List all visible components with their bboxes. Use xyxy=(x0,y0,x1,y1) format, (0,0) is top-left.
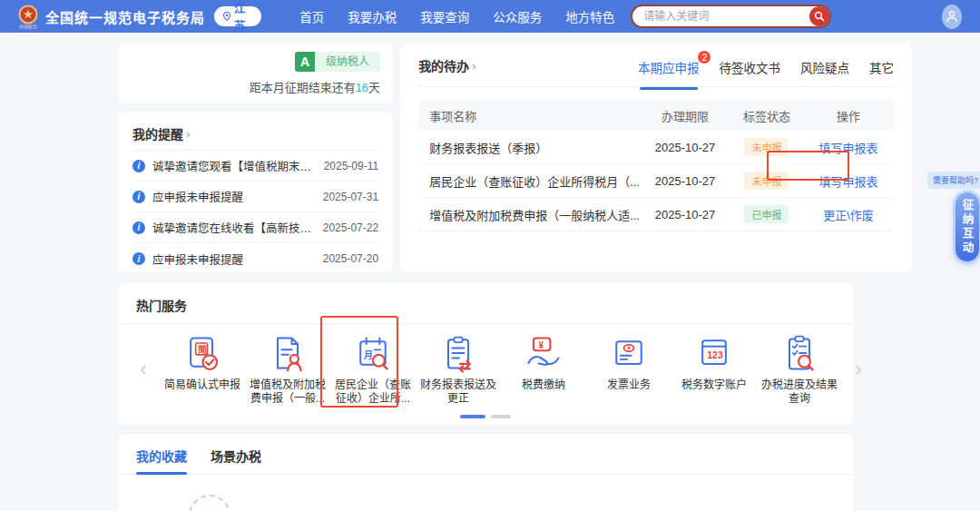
calendar-search-icon: 月 xyxy=(353,333,393,373)
service-label: 办税进度及结果查询 xyxy=(757,378,842,406)
favorites-tabs: 我的收藏 场景办税 xyxy=(136,447,835,465)
service-tax-payment[interactable]: ¥ 税费缴纳 xyxy=(501,333,586,406)
svg-text:123: 123 xyxy=(707,349,723,360)
svg-text:¥: ¥ xyxy=(539,340,544,350)
taxpayer-grade-badge[interactable]: A 级纳税人 xyxy=(295,52,380,72)
nav-item-home[interactable]: 首页 xyxy=(299,7,324,25)
region-label: 江苏 xyxy=(234,0,252,34)
tax-bureau-logo: 中国税务 xyxy=(18,5,38,29)
user-avatar[interactable] xyxy=(942,5,962,29)
table-row: 增值税及附加税费申报（一般纳税人适... 2025-10-27 已申报 更正\作… xyxy=(418,198,894,231)
reminder-text[interactable]: 应申报未申报提醒 xyxy=(152,188,316,205)
reminder-item: i 诚挚邀请您在线收看【高新技术企业... 2025-07-22 xyxy=(132,212,378,243)
fill-declaration-link[interactable]: 填写申报表 xyxy=(818,142,877,155)
main-nav: 首页 我要办税 我要查询 公众服务 地方特色 xyxy=(299,7,614,25)
doc-person-icon xyxy=(268,333,308,373)
todo-card: 我的待办› 本期应申报 2 待签收文书 风险疑点 其它 事项名称 办理期限 标签… xyxy=(400,44,912,272)
search-button[interactable] xyxy=(809,6,829,26)
grade-label: 级纳税人 xyxy=(315,52,380,72)
reminder-date: 2025-09-11 xyxy=(324,160,379,172)
tab-documents-to-sign[interactable]: 待签收文书 xyxy=(719,58,780,76)
hot-services-card: 热门服务 ‹ 简 简易确认式申报 xyxy=(118,283,853,425)
carousel-dots xyxy=(460,415,511,418)
service-invoice-business[interactable]: 发票业务 xyxy=(586,333,671,406)
reminders-card: 我的提醒› i 诚挚邀请您观看【增值税期末留抵退... 2025-09-11 i… xyxy=(118,112,393,272)
clipboard-swap-icon xyxy=(438,333,478,373)
carousel-prev-icon[interactable]: ‹ xyxy=(136,359,151,379)
service-simple-confirm-declare[interactable]: 简 简易确认式申报 xyxy=(160,333,245,406)
chevron-right-icon: › xyxy=(472,59,475,73)
plus-icon: + xyxy=(203,503,216,511)
tab-risk-points[interactable]: 风险疑点 xyxy=(800,58,849,76)
reminder-date: 2025-07-22 xyxy=(323,221,378,234)
info-icon: i xyxy=(132,221,145,234)
taxpayer-profile-card: A 级纳税人 距本月征期结束还有16天 xyxy=(118,44,393,103)
carousel-next-icon[interactable]: › xyxy=(851,359,866,379)
tab-my-favorites[interactable]: 我的收藏 xyxy=(136,447,187,465)
countdown-days: 16 xyxy=(356,81,368,94)
search-icon xyxy=(814,11,825,22)
service-label: 发票业务 xyxy=(607,378,651,392)
service-label: 增值税及附加税费申报（一般... xyxy=(245,378,330,406)
tab-other[interactable]: 其它 xyxy=(869,58,894,76)
help-tooltip: 需要帮助吗? xyxy=(927,172,980,189)
reminder-text[interactable]: 诚挚邀请您观看【增值税期末留抵退... xyxy=(152,157,317,174)
info-icon: i xyxy=(132,191,145,203)
clipboard-search-icon xyxy=(779,333,819,373)
service-label: 居民企业（查账征收）企业所... xyxy=(330,378,416,406)
fill-declaration-link[interactable]: 填写申报表 xyxy=(818,175,877,189)
invoice-eye-icon xyxy=(609,333,649,373)
svg-text:月: 月 xyxy=(363,350,373,360)
doc-jian-check-icon: 简 xyxy=(182,333,222,373)
hand-yuan-icon: ¥ xyxy=(524,333,564,373)
service-label: 税费缴纳 xyxy=(522,378,565,392)
reminder-text[interactable]: 诚挚邀请您在线收看【高新技术企业... xyxy=(152,219,316,236)
interaction-button[interactable]: 征纳互动 xyxy=(956,192,979,261)
search-input[interactable] xyxy=(631,5,831,28)
grade-letter: A xyxy=(295,52,315,72)
nav-item-local-features[interactable]: 地方特色 xyxy=(565,7,614,25)
logo-subtitle: 中国税务 xyxy=(19,25,37,29)
status-badge: 未申报 xyxy=(744,172,789,190)
carousel-dot[interactable] xyxy=(460,415,485,418)
reminder-item: i 应申报未申报提醒 2025-07-31 xyxy=(132,182,378,212)
tab-scenario-tax[interactable]: 场景办税 xyxy=(211,447,261,465)
table-row: 财务报表报送（季报） 2025-10-27 未申报 填写申报表 xyxy=(418,131,894,164)
todo-title[interactable]: 我的待办› xyxy=(418,56,475,74)
nav-item-public-service[interactable]: 公众服务 xyxy=(493,7,542,25)
todo-item-deadline: 2025-10-27 xyxy=(640,174,730,188)
status-badge: 未申报 xyxy=(744,138,789,156)
info-icon: i xyxy=(132,160,145,172)
todo-item-deadline: 2025-10-27 xyxy=(640,208,730,221)
nav-item-handle-tax[interactable]: 我要办税 xyxy=(348,7,397,25)
region-selector[interactable]: 江苏 xyxy=(214,6,261,26)
table-row: 居民企业（查账征收）企业所得税月（... 2025-10-27 未申报 填写申报… xyxy=(418,164,894,198)
tab-count-badge: 2 xyxy=(698,51,710,64)
correct-void-link[interactable]: 更正\作废 xyxy=(823,209,874,222)
nav-item-query[interactable]: 我要查询 xyxy=(420,7,469,25)
calendar-123-icon: 123 xyxy=(694,333,734,373)
reminder-text[interactable]: 应申报未申报提醒 xyxy=(152,251,316,268)
search-box xyxy=(631,5,831,28)
service-finance-report-submit[interactable]: 财务报表报送及更正 xyxy=(416,333,501,406)
service-resident-enterprise-income-tax[interactable]: 月 居民企业（查账征收）企业所... xyxy=(330,333,416,406)
todo-item-name: 居民企业（查账征收）企业所得税月（... xyxy=(418,172,640,190)
service-label: 财务报表报送及更正 xyxy=(416,378,501,406)
todo-tabs: 本期应申报 2 待签收文书 风险疑点 其它 xyxy=(638,58,894,76)
reminder-date: 2025-07-31 xyxy=(323,191,378,203)
service-digital-tax-account[interactable]: 123 税务数字账户 xyxy=(671,333,757,406)
todo-table-header: 事项名称 办理期限 标签状态 操作 xyxy=(418,100,894,131)
reminder-item: i 诚挚邀请您观看【增值税期末留抵退... 2025-09-11 xyxy=(132,151,378,182)
add-favorite-button[interactable]: + xyxy=(189,495,230,511)
chevron-right-icon: › xyxy=(186,127,190,141)
service-vat-declare[interactable]: 增值税及附加税费申报（一般... xyxy=(245,333,330,406)
todo-item-name: 增值税及附加税费申报（一般纳税人适... xyxy=(418,206,640,223)
tab-current-declarations[interactable]: 本期应申报 2 xyxy=(638,58,700,76)
service-progress-result-query[interactable]: 办税进度及结果查询 xyxy=(757,333,842,406)
carousel-dot[interactable] xyxy=(491,415,511,418)
svg-text:简: 简 xyxy=(198,344,207,355)
service-label: 简易确认式申报 xyxy=(164,378,240,392)
reminders-title[interactable]: 我的提醒› xyxy=(132,124,378,142)
reminder-item: i 应申报未申报提醒 2025-07-20 xyxy=(132,243,378,274)
status-badge: 已申报 xyxy=(744,205,789,223)
